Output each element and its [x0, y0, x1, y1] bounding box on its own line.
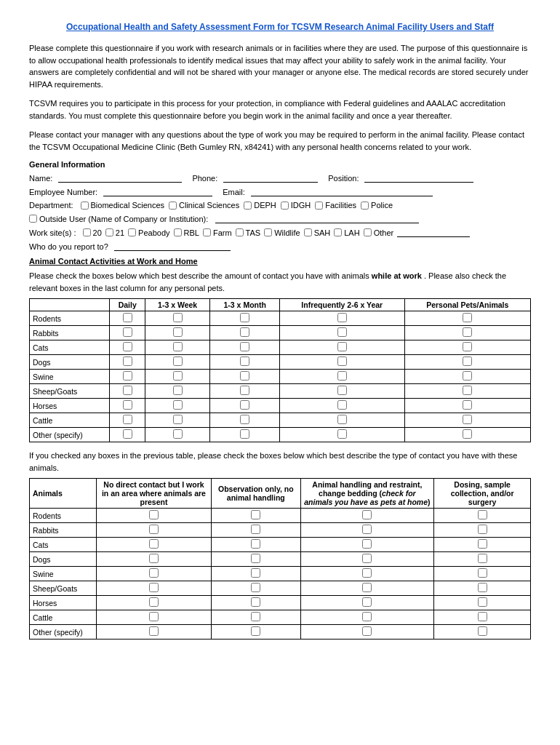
- table2-checkbox-8-0[interactable]: [149, 626, 159, 636]
- table1-checkbox-2-3[interactable]: [337, 342, 347, 351]
- table1-cb-2-0[interactable]: [110, 340, 145, 355]
- outside-user-checkbox[interactable]: [29, 215, 37, 223]
- title-link[interactable]: Occupational Health and Safety Assessmen…: [66, 22, 494, 32]
- site-farm-checkbox[interactable]: [203, 228, 211, 236]
- table1-checkbox-6-1[interactable]: [173, 400, 183, 410]
- table1-cb-4-1[interactable]: [145, 370, 210, 384]
- table1-checkbox-4-1[interactable]: [173, 371, 183, 381]
- table2-checkbox-8-3[interactable]: [478, 626, 487, 636]
- table2-cb-6-2[interactable]: [300, 596, 434, 610]
- table2-cb-8-1[interactable]: [212, 625, 300, 640]
- site-peabody-checkbox[interactable]: [128, 228, 136, 236]
- table1-checkbox-4-4[interactable]: [463, 371, 472, 381]
- table1-checkbox-7-4[interactable]: [463, 415, 472, 424]
- table1-cb-8-1[interactable]: [145, 428, 210, 442]
- site-rbl-checkbox[interactable]: [174, 228, 182, 236]
- table1-cb-3-2[interactable]: [210, 355, 280, 370]
- table1-checkbox-8-1[interactable]: [173, 429, 183, 439]
- table1-cb-6-2[interactable]: [210, 399, 280, 413]
- table1-checkbox-0-1[interactable]: [173, 313, 183, 322]
- table2-checkbox-7-1[interactable]: [251, 612, 260, 621]
- table1-cb-8-4[interactable]: [404, 428, 531, 442]
- table1-cb-1-3[interactable]: [279, 326, 404, 340]
- table1-checkbox-2-1[interactable]: [173, 342, 183, 351]
- table2-cb-5-0[interactable]: [96, 581, 211, 596]
- table1-checkbox-7-1[interactable]: [173, 415, 183, 424]
- table1-checkbox-1-3[interactable]: [337, 327, 347, 337]
- table2-checkbox-0-3[interactable]: [478, 510, 487, 519]
- table2-cb-2-2[interactable]: [300, 538, 434, 552]
- table2-cb-4-3[interactable]: [434, 567, 531, 581]
- table2-cb-7-0[interactable]: [96, 610, 211, 625]
- table1-cb-5-3[interactable]: [279, 384, 404, 399]
- table2-checkbox-5-1[interactable]: [251, 583, 260, 592]
- table1-cb-8-3[interactable]: [279, 428, 404, 442]
- table2-cb-3-2[interactable]: [300, 552, 434, 567]
- table1-cb-6-4[interactable]: [404, 399, 531, 413]
- site-tas-checkbox[interactable]: [236, 228, 244, 236]
- table1-checkbox-5-3[interactable]: [337, 386, 347, 395]
- table2-checkbox-6-1[interactable]: [251, 597, 260, 607]
- table1-cb-3-4[interactable]: [404, 355, 531, 370]
- table2-checkbox-4-1[interactable]: [251, 568, 260, 578]
- table2-checkbox-8-2[interactable]: [362, 626, 372, 636]
- table1-checkbox-8-2[interactable]: [240, 429, 249, 439]
- table2-checkbox-0-2[interactable]: [362, 510, 372, 519]
- table2-cb-3-3[interactable]: [434, 552, 531, 567]
- table2-checkbox-3-2[interactable]: [362, 554, 372, 563]
- table2-cb-1-3[interactable]: [434, 523, 531, 538]
- table2-checkbox-1-0[interactable]: [149, 525, 159, 534]
- table2-cb-5-1[interactable]: [212, 581, 300, 596]
- dept-deph-checkbox[interactable]: [244, 202, 252, 210]
- table2-checkbox-7-3[interactable]: [478, 612, 487, 621]
- table2-cb-7-1[interactable]: [212, 610, 300, 625]
- table1-checkbox-3-3[interactable]: [337, 356, 347, 366]
- site-sah-checkbox[interactable]: [304, 228, 312, 236]
- table2-checkbox-4-2[interactable]: [362, 568, 372, 578]
- table1-checkbox-1-2[interactable]: [240, 327, 249, 337]
- table2-checkbox-5-3[interactable]: [478, 583, 487, 592]
- table2-checkbox-3-3[interactable]: [478, 554, 487, 563]
- site-wildlife-checkbox[interactable]: [264, 228, 272, 236]
- table1-checkbox-3-0[interactable]: [123, 356, 132, 366]
- table1-cb-4-4[interactable]: [404, 370, 531, 384]
- table1-checkbox-5-4[interactable]: [463, 386, 472, 395]
- table2-checkbox-2-2[interactable]: [362, 539, 372, 549]
- table1-cb-0-3[interactable]: [279, 311, 404, 326]
- table2-cb-3-1[interactable]: [212, 552, 300, 567]
- table2-cb-1-1[interactable]: [212, 523, 300, 538]
- table1-cb-7-0[interactable]: [110, 413, 145, 428]
- table2-cb-0-0[interactable]: [96, 509, 211, 523]
- table1-cb-1-2[interactable]: [210, 326, 280, 340]
- table1-cb-1-1[interactable]: [145, 326, 210, 340]
- table2-checkbox-3-0[interactable]: [149, 554, 159, 563]
- site-other-input[interactable]: [397, 228, 470, 237]
- table1-checkbox-0-2[interactable]: [240, 313, 249, 322]
- table2-cb-5-3[interactable]: [434, 581, 531, 596]
- outside-user-input[interactable]: [215, 214, 419, 223]
- table1-checkbox-5-1[interactable]: [173, 386, 183, 395]
- table2-checkbox-1-3[interactable]: [478, 525, 487, 534]
- table1-checkbox-2-0[interactable]: [123, 342, 132, 351]
- table2-checkbox-8-1[interactable]: [251, 626, 260, 636]
- table1-cb-5-4[interactable]: [404, 384, 531, 399]
- table1-checkbox-5-2[interactable]: [240, 386, 249, 395]
- table1-cb-1-0[interactable]: [110, 326, 145, 340]
- table1-cb-2-1[interactable]: [145, 340, 210, 355]
- table1-checkbox-1-4[interactable]: [463, 327, 472, 337]
- site-21-checkbox[interactable]: [105, 228, 113, 236]
- table1-cb-2-2[interactable]: [210, 340, 280, 355]
- table2-cb-8-2[interactable]: [300, 625, 434, 640]
- table1-checkbox-5-0[interactable]: [123, 386, 132, 395]
- table2-checkbox-7-2[interactable]: [362, 612, 372, 621]
- table2-cb-2-0[interactable]: [96, 538, 211, 552]
- table2-checkbox-4-3[interactable]: [478, 568, 487, 578]
- table1-cb-0-4[interactable]: [404, 311, 531, 326]
- table2-checkbox-2-3[interactable]: [478, 539, 487, 549]
- phone-input[interactable]: [223, 173, 318, 183]
- table2-checkbox-3-1[interactable]: [251, 554, 260, 563]
- table2-checkbox-0-0[interactable]: [149, 510, 159, 519]
- table2-cb-2-1[interactable]: [212, 538, 300, 552]
- table1-checkbox-3-1[interactable]: [173, 356, 183, 366]
- table1-checkbox-3-2[interactable]: [240, 356, 249, 366]
